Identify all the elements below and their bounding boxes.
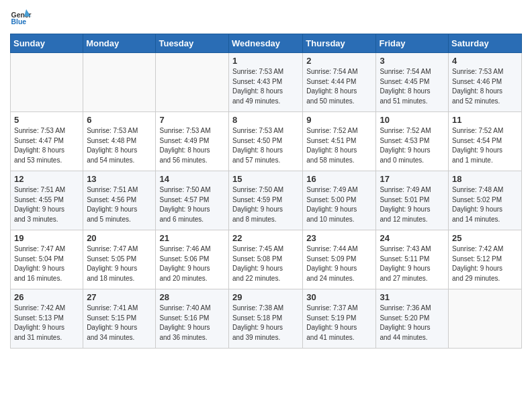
day-info: Sunrise: 7:53 AM Sunset: 4:46 PM Dayligh… — [452, 67, 518, 106]
day-info: Sunrise: 7:48 AM Sunset: 5:02 PM Dayligh… — [452, 185, 518, 224]
day-info: Sunrise: 7:50 AM Sunset: 4:59 PM Dayligh… — [232, 185, 299, 224]
page: General Blue SundayMondayTuesdayWednesda… — [0, 0, 532, 359]
day-info: Sunrise: 7:43 AM Sunset: 5:11 PM Dayligh… — [380, 244, 445, 283]
day-number: 6 — [87, 115, 152, 125]
calendar-cell: 12Sunrise: 7:51 AM Sunset: 4:55 PM Dayli… — [11, 171, 83, 230]
day-info: Sunrise: 7:49 AM Sunset: 5:00 PM Dayligh… — [306, 185, 372, 224]
calendar-cell: 19Sunrise: 7:47 AM Sunset: 5:04 PM Dayli… — [11, 230, 83, 289]
day-info: Sunrise: 7:47 AM Sunset: 5:04 PM Dayligh… — [14, 244, 79, 283]
calendar-table: SundayMondayTuesdayWednesdayThursdayFrid… — [10, 34, 522, 349]
day-info: Sunrise: 7:46 AM Sunset: 5:06 PM Dayligh… — [159, 244, 225, 283]
day-info: Sunrise: 7:54 AM Sunset: 4:45 PM Dayligh… — [380, 67, 445, 106]
day-header-thursday: Thursday — [303, 34, 376, 53]
day-info: Sunrise: 7:53 AM Sunset: 4:48 PM Dayligh… — [87, 126, 152, 165]
day-number: 25 — [452, 233, 518, 243]
calendar-cell: 11Sunrise: 7:52 AM Sunset: 4:54 PM Dayli… — [449, 112, 522, 171]
day-number: 22 — [232, 233, 299, 243]
day-info: Sunrise: 7:51 AM Sunset: 4:56 PM Dayligh… — [87, 185, 152, 224]
calendar-cell: 20Sunrise: 7:47 AM Sunset: 5:05 PM Dayli… — [83, 230, 156, 289]
day-header-saturday: Saturday — [449, 34, 522, 53]
day-number: 26 — [14, 292, 79, 302]
calendar-cell: 8Sunrise: 7:53 AM Sunset: 4:50 PM Daylig… — [229, 112, 303, 171]
calendar-cell — [156, 53, 229, 112]
day-number: 18 — [452, 174, 518, 184]
calendar-cell: 25Sunrise: 7:42 AM Sunset: 5:12 PM Dayli… — [449, 230, 522, 289]
calendar-cell: 28Sunrise: 7:40 AM Sunset: 5:16 PM Dayli… — [156, 289, 229, 349]
calendar-week-2: 5Sunrise: 7:53 AM Sunset: 4:47 PM Daylig… — [11, 112, 522, 171]
calendar-cell: 15Sunrise: 7:50 AM Sunset: 4:59 PM Dayli… — [229, 171, 303, 230]
day-info: Sunrise: 7:42 AM Sunset: 5:13 PM Dayligh… — [14, 304, 79, 342]
day-info: Sunrise: 7:53 AM Sunset: 4:49 PM Dayligh… — [159, 126, 225, 165]
calendar-cell: 13Sunrise: 7:51 AM Sunset: 4:56 PM Dayli… — [83, 171, 156, 230]
calendar-cell: 4Sunrise: 7:53 AM Sunset: 4:46 PM Daylig… — [449, 53, 522, 112]
calendar-cell: 10Sunrise: 7:52 AM Sunset: 4:53 PM Dayli… — [376, 112, 449, 171]
day-info: Sunrise: 7:49 AM Sunset: 5:01 PM Dayligh… — [380, 185, 445, 224]
svg-text:Blue: Blue — [11, 18, 27, 26]
calendar-cell: 9Sunrise: 7:52 AM Sunset: 4:51 PM Daylig… — [303, 112, 376, 171]
calendar-cell: 17Sunrise: 7:49 AM Sunset: 5:01 PM Dayli… — [376, 171, 449, 230]
logo: General Blue — [10, 7, 34, 28]
day-number: 31 — [380, 292, 445, 302]
day-number: 1 — [232, 56, 299, 66]
header: General Blue — [10, 7, 522, 28]
day-number: 20 — [87, 233, 152, 243]
calendar-cell: 18Sunrise: 7:48 AM Sunset: 5:02 PM Dayli… — [449, 171, 522, 230]
day-number: 16 — [306, 174, 372, 184]
day-header-tuesday: Tuesday — [156, 34, 229, 53]
day-number: 2 — [306, 56, 372, 66]
day-number: 14 — [159, 174, 225, 184]
day-info: Sunrise: 7:52 AM Sunset: 4:51 PM Dayligh… — [306, 126, 372, 165]
day-header-wednesday: Wednesday — [229, 34, 303, 53]
day-info: Sunrise: 7:50 AM Sunset: 4:57 PM Dayligh… — [159, 185, 225, 224]
calendar-cell: 31Sunrise: 7:36 AM Sunset: 5:20 PM Dayli… — [376, 289, 449, 349]
calendar-cell: 16Sunrise: 7:49 AM Sunset: 5:00 PM Dayli… — [303, 171, 376, 230]
day-number: 9 — [306, 115, 372, 125]
day-number: 3 — [380, 56, 445, 66]
calendar-cell: 21Sunrise: 7:46 AM Sunset: 5:06 PM Dayli… — [156, 230, 229, 289]
calendar-cell: 1Sunrise: 7:53 AM Sunset: 4:43 PM Daylig… — [229, 53, 303, 112]
calendar-cell: 2Sunrise: 7:54 AM Sunset: 4:44 PM Daylig… — [303, 53, 376, 112]
day-info: Sunrise: 7:53 AM Sunset: 4:50 PM Dayligh… — [232, 126, 299, 165]
day-number: 10 — [380, 115, 445, 125]
day-info: Sunrise: 7:44 AM Sunset: 5:09 PM Dayligh… — [306, 244, 372, 283]
calendar-week-1: 1Sunrise: 7:53 AM Sunset: 4:43 PM Daylig… — [11, 53, 522, 112]
calendar-cell — [83, 53, 156, 112]
calendar-week-3: 12Sunrise: 7:51 AM Sunset: 4:55 PM Dayli… — [11, 171, 522, 230]
calendar-cell: 5Sunrise: 7:53 AM Sunset: 4:47 PM Daylig… — [11, 112, 83, 171]
day-header-friday: Friday — [376, 34, 449, 53]
day-number: 30 — [306, 292, 372, 302]
day-number: 4 — [452, 56, 518, 66]
calendar-cell: 23Sunrise: 7:44 AM Sunset: 5:09 PM Dayli… — [303, 230, 376, 289]
calendar-cell: 26Sunrise: 7:42 AM Sunset: 5:13 PM Dayli… — [11, 289, 83, 349]
calendar-cell: 14Sunrise: 7:50 AM Sunset: 4:57 PM Dayli… — [156, 171, 229, 230]
day-info: Sunrise: 7:47 AM Sunset: 5:05 PM Dayligh… — [87, 244, 152, 283]
calendar-cell: 7Sunrise: 7:53 AM Sunset: 4:49 PM Daylig… — [156, 112, 229, 171]
calendar-cell: 27Sunrise: 7:41 AM Sunset: 5:15 PM Dayli… — [83, 289, 156, 349]
day-number: 7 — [159, 115, 225, 125]
day-header-monday: Monday — [83, 34, 156, 53]
day-number: 13 — [87, 174, 152, 184]
day-number: 17 — [380, 174, 445, 184]
day-info: Sunrise: 7:37 AM Sunset: 5:19 PM Dayligh… — [306, 304, 372, 342]
logo-icon: General Blue — [10, 7, 32, 28]
calendar-cell: 3Sunrise: 7:54 AM Sunset: 4:45 PM Daylig… — [376, 53, 449, 112]
day-number: 21 — [159, 233, 225, 243]
day-number: 28 — [159, 292, 225, 302]
calendar-cell — [449, 289, 522, 349]
day-number: 11 — [452, 115, 518, 125]
calendar-cell: 24Sunrise: 7:43 AM Sunset: 5:11 PM Dayli… — [376, 230, 449, 289]
day-info: Sunrise: 7:36 AM Sunset: 5:20 PM Dayligh… — [380, 304, 445, 342]
calendar-cell: 29Sunrise: 7:38 AM Sunset: 5:18 PM Dayli… — [229, 289, 303, 349]
calendar-cell: 6Sunrise: 7:53 AM Sunset: 4:48 PM Daylig… — [83, 112, 156, 171]
day-info: Sunrise: 7:53 AM Sunset: 4:47 PM Dayligh… — [14, 126, 79, 165]
day-number: 15 — [232, 174, 299, 184]
day-number: 29 — [232, 292, 299, 302]
day-info: Sunrise: 7:38 AM Sunset: 5:18 PM Dayligh… — [232, 304, 299, 342]
day-number: 8 — [232, 115, 299, 125]
calendar-header-row: SundayMondayTuesdayWednesdayThursdayFrid… — [11, 34, 522, 53]
day-number: 12 — [14, 174, 79, 184]
day-info: Sunrise: 7:42 AM Sunset: 5:12 PM Dayligh… — [452, 244, 518, 283]
calendar-cell — [11, 53, 83, 112]
day-number: 27 — [87, 292, 152, 302]
calendar-week-4: 19Sunrise: 7:47 AM Sunset: 5:04 PM Dayli… — [11, 230, 522, 289]
